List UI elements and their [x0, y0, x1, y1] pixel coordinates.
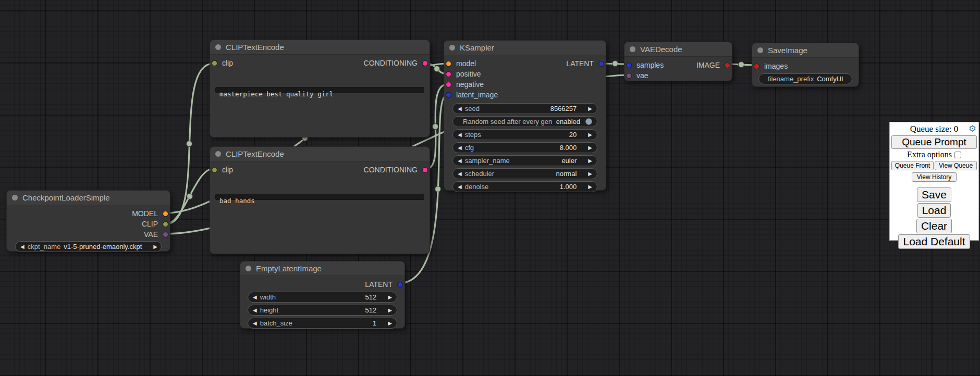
comfyui-canvas[interactable]: { "icons": { "arrow_left": "◀", "arrow_r… — [0, 0, 980, 376]
node-vae-decode[interactable]: VAEDecode samples IMAGE vae — [624, 42, 732, 81]
increment-arrow-icon[interactable]: ▶ — [388, 308, 392, 313]
output-label-latent: LATENT — [365, 280, 393, 289]
clear-button[interactable]: Clear — [916, 219, 952, 233]
collapse-dot-icon[interactable] — [757, 47, 763, 53]
input-slot-model[interactable] — [446, 61, 451, 67]
node-title: SaveImage — [768, 46, 807, 55]
node-clip-text-encode-negative[interactable]: CLIPTextEncode clip CONDITIONING bad han… — [210, 146, 430, 254]
node-header[interactable]: SaveImage — [752, 43, 859, 58]
view-history-button[interactable]: View History — [912, 172, 957, 182]
node-empty-latent-image[interactable]: EmptyLatentImage LATENT ◀ width 512 ▶ ◀ … — [240, 261, 405, 329]
widget-label: seed — [465, 105, 480, 112]
widget-random-seed-toggle[interactable]: Random seed after every gen enabled — [452, 116, 597, 127]
collapse-dot-icon[interactable] — [215, 44, 221, 50]
widget-ckpt-name[interactable]: ◀ ckpt_name v1-5-pruned-emaonly.ckpt ▶ — [15, 241, 162, 252]
output-slot-image[interactable] — [725, 62, 730, 68]
widget-seed[interactable]: ◀ seed 8566257 ▶ — [452, 103, 597, 114]
node-header[interactable]: CLIPTextEncode — [210, 40, 430, 55]
prompt-textarea[interactable]: bad hands — [215, 194, 424, 200]
node-checkpoint-loader-simple[interactable]: CheckpointLoaderSimple MODEL CLIP VAE ◀ … — [6, 190, 170, 252]
widget-label: cfg — [465, 144, 474, 152]
output-label-conditioning: CONDITIONING — [364, 59, 418, 67]
collapse-dot-icon[interactable] — [630, 46, 635, 52]
widget-sampler-name[interactable]: ◀ sampler_name euler ▶ — [452, 155, 597, 166]
input-slot-positive[interactable] — [446, 71, 451, 77]
load-default-button[interactable]: Load Default — [898, 234, 970, 249]
node-save-image[interactable]: SaveImage images filename_prefix ComfyUI — [752, 43, 859, 87]
output-slot-conditioning[interactable] — [422, 60, 428, 66]
extra-options-checkbox[interactable] — [954, 152, 961, 158]
output-slot-latent[interactable] — [598, 61, 604, 67]
increment-arrow-icon[interactable]: ▶ — [588, 145, 592, 151]
save-button[interactable]: Save — [917, 187, 951, 202]
toggle-enabled-dot[interactable] — [585, 118, 592, 125]
collapse-dot-icon[interactable] — [215, 151, 221, 157]
widget-steps[interactable]: ◀ steps 20 ▶ — [452, 129, 597, 140]
link-midpoint-dot — [434, 66, 440, 72]
increment-arrow-icon[interactable]: ▶ — [588, 171, 592, 177]
load-button[interactable]: Load — [917, 203, 951, 218]
widget-scheduler[interactable]: ◀ scheduler normal ▶ — [452, 168, 597, 179]
input-slot-samples[interactable] — [626, 62, 632, 68]
view-queue-button[interactable]: View Queue — [935, 161, 977, 170]
increment-arrow-icon[interactable]: ▶ — [588, 158, 592, 164]
increment-arrow-icon[interactable]: ▶ — [388, 321, 392, 326]
node-header[interactable]: EmptyLatentImage — [240, 261, 405, 276]
widget-filename-prefix[interactable]: filename_prefix ComfyUI — [758, 73, 852, 84]
input-slot-images[interactable] — [754, 64, 760, 69]
settings-gear-icon[interactable]: ⚙ — [969, 123, 976, 134]
decrement-arrow-icon[interactable]: ◀ — [458, 158, 462, 164]
output-slot-latent[interactable] — [397, 282, 403, 287]
widget-value: normal — [556, 170, 589, 178]
queue-size-label: Queue size: 0 — [910, 124, 959, 134]
collapse-dot-icon[interactable] — [12, 195, 18, 200]
queue-prompt-button[interactable]: Queue Prompt — [891, 135, 977, 149]
decrement-arrow-icon[interactable]: ◀ — [458, 171, 462, 177]
prompt-textarea[interactable]: masterpiece best quality girl — [215, 87, 424, 93]
decrement-arrow-icon[interactable]: ◀ — [253, 321, 257, 326]
output-slot-vae[interactable] — [163, 232, 168, 237]
input-slot-latent-image[interactable] — [446, 92, 451, 98]
queue-front-button[interactable]: Queue Front — [891, 161, 934, 170]
input-slot-negative[interactable] — [446, 82, 451, 87]
output-slot-clip[interactable] — [163, 221, 168, 227]
output-label-model: MODEL — [132, 209, 158, 218]
decrement-arrow-icon[interactable]: ◀ — [253, 295, 257, 300]
output-slot-model[interactable] — [163, 211, 168, 217]
widget-width[interactable]: ◀ width 512 ▶ — [248, 292, 397, 303]
collapse-dot-icon[interactable] — [246, 266, 251, 271]
widget-label: ckpt_name — [28, 243, 61, 250]
increment-arrow-icon[interactable]: ▶ — [588, 184, 592, 190]
increment-arrow-icon[interactable]: ▶ — [388, 295, 392, 300]
decrement-arrow-icon[interactable]: ◀ — [458, 145, 462, 151]
widget-batch-size[interactable]: ◀ batch_size 1 ▶ — [248, 318, 397, 329]
output-label-image: IMAGE — [696, 61, 720, 69]
widget-label: Random seed after every gen — [463, 118, 552, 126]
widget-cfg[interactable]: ◀ cfg 8.000 ▶ — [452, 142, 597, 153]
decrement-arrow-icon[interactable]: ◀ — [458, 184, 462, 190]
input-slot-clip[interactable] — [212, 167, 217, 173]
input-slot-vae[interactable] — [626, 73, 632, 79]
widget-label: denoise — [465, 183, 489, 191]
decrement-arrow-icon[interactable]: ◀ — [253, 308, 257, 313]
node-clip-text-encode-positive[interactable]: CLIPTextEncode clip CONDITIONING masterp… — [210, 40, 430, 137]
node-header[interactable]: CheckpointLoaderSimple — [7, 191, 170, 205]
collapse-dot-icon[interactable] — [449, 45, 455, 51]
input-label-samples: samples — [636, 61, 664, 69]
node-header[interactable]: KSampler — [444, 41, 606, 55]
decrement-arrow-icon[interactable]: ◀ — [458, 132, 462, 137]
decrement-arrow-icon[interactable]: ◀ — [20, 244, 24, 249]
widget-label: filename_prefix — [768, 75, 814, 83]
decrement-arrow-icon[interactable]: ◀ — [458, 106, 462, 111]
increment-arrow-icon[interactable]: ▶ — [588, 106, 592, 111]
node-ksampler[interactable]: KSampler model LATENT positive negative … — [444, 40, 606, 191]
node-header[interactable]: VAEDecode — [624, 42, 732, 57]
input-label-negative: negative — [456, 80, 484, 89]
input-slot-clip[interactable] — [212, 60, 217, 66]
increment-arrow-icon[interactable]: ▶ — [588, 132, 592, 137]
increment-arrow-icon[interactable]: ▶ — [153, 244, 157, 249]
node-header[interactable]: CLIPTextEncode — [210, 147, 430, 161]
widget-height[interactable]: ◀ height 512 ▶ — [248, 305, 397, 316]
widget-denoise[interactable]: ◀ denoise 1.000 ▶ — [452, 181, 597, 192]
output-slot-conditioning[interactable] — [422, 167, 428, 173]
